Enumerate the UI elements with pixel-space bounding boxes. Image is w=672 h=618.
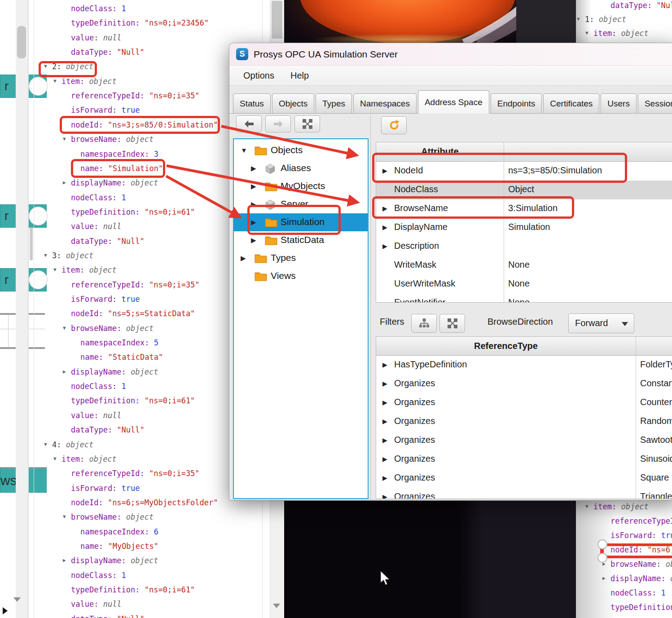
expand-icon[interactable]: ▶ xyxy=(382,361,387,368)
attribute-row-eventnotifier[interactable]: EventNotifierNone xyxy=(376,294,672,303)
json-value: object xyxy=(131,367,158,376)
expand-icon[interactable]: ▶ xyxy=(251,219,256,225)
expand-icon[interactable]: ▶ xyxy=(382,493,387,499)
json-expander-icon[interactable]: ▶ xyxy=(602,572,606,585)
json-value: null xyxy=(103,411,122,420)
tab-status[interactable]: Status xyxy=(233,93,271,113)
attribute-name: WriteMask xyxy=(394,260,436,270)
menu-options[interactable]: Options xyxy=(243,71,274,81)
tree-item-views[interactable]: Views xyxy=(234,267,368,285)
reference-target: FolderType xyxy=(640,359,672,370)
json-expander-icon[interactable]: ▶ xyxy=(602,557,606,571)
json-expander-icon[interactable]: ▼ xyxy=(585,500,589,513)
json-expander-icon[interactable]: ▼ xyxy=(53,452,57,466)
json-expander-icon[interactable]: ▼ xyxy=(585,26,589,40)
json-expander-icon[interactable]: ▼ xyxy=(63,510,66,524)
title-bar[interactable]: S Prosys OPC UA Simulation Server xyxy=(229,43,672,66)
scrollbar-track[interactable] xyxy=(16,0,28,618)
expand-icon[interactable]: ▶ xyxy=(382,167,387,174)
scroll-down-icon[interactable] xyxy=(13,597,21,602)
json-expander-icon[interactable]: ▼ xyxy=(63,322,66,335)
attribute-row-userwritemask[interactable]: UserWriteMaskNone xyxy=(376,275,672,294)
tab-sessions[interactable]: Sessions xyxy=(638,93,672,113)
tree-item-aliases[interactable]: ▶Aliases xyxy=(234,159,368,177)
json-expander-icon[interactable]: ▼ xyxy=(44,249,47,262)
expand-icon[interactable]: ▶ xyxy=(382,205,387,212)
tab-certificates[interactable]: Certificates xyxy=(543,93,599,113)
expand-icon[interactable]: ▶ xyxy=(382,474,387,481)
json-expander-icon[interactable]: ▼ xyxy=(63,132,66,146)
tree-item-simulation[interactable]: ▶Simulation xyxy=(234,213,368,231)
expand-icon[interactable]: ▶ xyxy=(251,165,256,172)
json-expander-icon[interactable]: ▼ xyxy=(53,75,57,88)
attribute-row-nodeid[interactable]: ▶NodeIdns=3;s=85/0:Simulation xyxy=(376,162,672,181)
tree-item-server[interactable]: ▶Server xyxy=(234,195,368,213)
json-expander-icon[interactable]: ▼ xyxy=(577,13,580,26)
reference-row-organizes[interactable]: ▶OrganizesTriangle xyxy=(376,488,672,499)
json-expander-icon[interactable]: ▶ xyxy=(63,365,66,379)
json-value: null xyxy=(103,600,122,609)
scrollbar-thumb[interactable] xyxy=(272,1,282,39)
expand-icon[interactable]: ▶ xyxy=(382,243,387,250)
expand-arrow-icon[interactable] xyxy=(3,607,8,614)
json-line-name: name: "Simulation" xyxy=(80,162,163,175)
expand-icon[interactable]: ▶ xyxy=(251,183,256,190)
column-divider[interactable] xyxy=(504,142,504,302)
json-expander-icon[interactable]: ▼ xyxy=(44,60,47,73)
tree-item-types[interactable]: ▶Types xyxy=(234,249,368,267)
attribute-value: Object xyxy=(508,184,534,194)
scrollbar-thumb[interactable] xyxy=(30,227,33,260)
expand-icon[interactable]: ▶ xyxy=(382,418,387,425)
scrollbar-thumb[interactable] xyxy=(17,26,26,58)
tree-item-objects[interactable]: ▼Objects xyxy=(234,141,368,159)
expand-all-button[interactable] xyxy=(294,115,320,132)
tree-item-staticdata[interactable]: ▶StaticData xyxy=(234,231,368,249)
attribute-row-writemask[interactable]: WriteMaskNone xyxy=(376,256,672,275)
tab-users[interactable]: Users xyxy=(601,93,637,113)
folder-icon xyxy=(254,253,268,265)
non-hierarchy-filter-button[interactable] xyxy=(439,314,465,333)
json-line-dataType: dataType: "Null" xyxy=(71,423,145,437)
json-key: item: xyxy=(593,502,621,511)
expand-icon[interactable]: ▶ xyxy=(251,201,256,207)
expand-icon[interactable]: ▶ xyxy=(382,399,387,406)
expand-icon[interactable]: ▶ xyxy=(241,255,246,261)
expand-icon[interactable]: ▶ xyxy=(382,224,387,231)
json-expander-icon[interactable]: ▼ xyxy=(53,263,57,277)
attribute-row-nodeclass[interactable]: NodeClassObject xyxy=(376,181,672,199)
reference-row-organizes[interactable]: ▶OrganizesRandom xyxy=(376,412,672,431)
expand-icon[interactable]: ▶ xyxy=(251,237,256,243)
hierarchy-filter-button[interactable] xyxy=(411,314,437,333)
attribute-row-description[interactable]: ▶Description xyxy=(376,237,672,256)
reference-row-organizes[interactable]: ▶OrganizesConstant xyxy=(376,375,672,393)
attribute-value: 3:Simulation xyxy=(508,203,558,213)
json-expander-icon[interactable]: ▼ xyxy=(44,438,47,451)
attribute-row-displayname[interactable]: ▶DisplayNameSimulation xyxy=(376,218,672,237)
reference-row-organizes[interactable]: ▶OrganizesSawtooth xyxy=(376,431,672,450)
back-button[interactable] xyxy=(236,115,262,132)
reference-row-organizes[interactable]: ▶OrganizesCounter xyxy=(376,393,672,412)
json-line-value: value: null xyxy=(71,597,122,611)
expand-icon[interactable]: ▶ xyxy=(382,380,387,387)
tab-address-space[interactable]: Address Space xyxy=(418,90,489,114)
expand-icon[interactable]: ▶ xyxy=(382,437,387,444)
reference-row-organizes[interactable]: ▶OrganizesSinusoid xyxy=(376,450,672,469)
attribute-row-browsename[interactable]: ▶BrowseName3:Simulation xyxy=(376,199,672,218)
tab-namespaces[interactable]: Namespaces xyxy=(353,93,417,113)
collapse-icon[interactable]: ▼ xyxy=(241,147,247,154)
scroll-down-icon[interactable] xyxy=(273,604,280,608)
tab-types[interactable]: Types xyxy=(316,93,352,113)
refresh-button[interactable] xyxy=(381,116,407,134)
tab-endpoints[interactable]: Endpoints xyxy=(491,93,542,113)
reference-row-hastypedefinition[interactable]: ▶HasTypeDefinitionFolderType xyxy=(376,356,672,375)
column-divider[interactable] xyxy=(636,337,636,499)
reference-row-organizes[interactable]: ▶OrganizesSquare xyxy=(376,469,672,488)
menu-help[interactable]: Help xyxy=(290,71,309,81)
forward-button[interactable] xyxy=(265,115,291,132)
browse-direction-select[interactable]: Forward xyxy=(568,313,634,333)
json-expander-icon[interactable]: ▶ xyxy=(63,176,66,190)
expand-icon[interactable]: ▶ xyxy=(382,455,387,463)
tab-objects[interactable]: Objects xyxy=(272,93,314,113)
tree-item-myobjects[interactable]: ▶MyObjects xyxy=(234,177,368,195)
json-expander-icon[interactable]: ▶ xyxy=(63,554,66,567)
